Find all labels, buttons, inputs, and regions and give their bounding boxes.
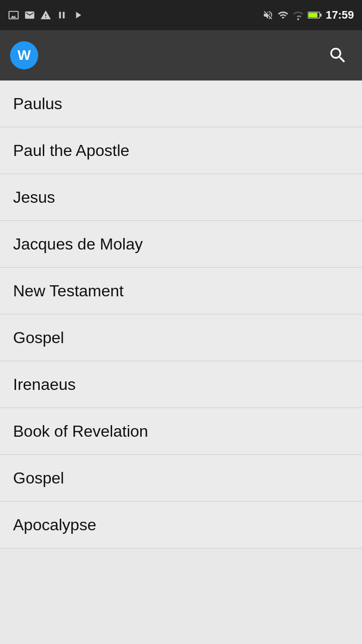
svg-rect-3 — [308, 13, 317, 18]
app-logo-letter: W — [18, 47, 31, 63]
svg-point-0 — [297, 18, 299, 20]
list-item[interactable]: Paul the Apostle — [0, 127, 362, 174]
signal-icon — [293, 10, 304, 21]
list-item-text: Jesus — [13, 188, 55, 207]
list-item[interactable]: Jesus — [0, 174, 362, 221]
warning-icon — [40, 10, 51, 21]
mute-icon — [262, 10, 274, 21]
list-item-text: Gospel — [13, 329, 64, 347]
search-button[interactable] — [324, 41, 352, 69]
app-bar: W — [0, 30, 362, 80]
svg-rect-2 — [320, 14, 321, 17]
list-item-text: New Testament — [13, 282, 124, 300]
status-bar: 17:59 — [0, 0, 362, 30]
battery-icon — [308, 10, 322, 21]
list-container: PaulusPaul the ApostleJesusJacques de Mo… — [0, 80, 362, 548]
list-item[interactable]: Paulus — [0, 80, 362, 127]
pause-icon — [56, 10, 67, 21]
list-item-text: Apocalypse — [13, 516, 96, 534]
list-item[interactable]: New Testament — [0, 268, 362, 314]
wifi-icon — [278, 10, 289, 21]
list-item[interactable]: Gospel — [0, 314, 362, 361]
play-icon — [72, 10, 83, 21]
list-item-text: Gospel — [13, 469, 64, 488]
status-bar-right-icons: 17:59 — [262, 9, 354, 22]
list-item[interactable]: Apocalypse — [0, 502, 362, 548]
list-item-text: Irenaeus — [13, 375, 76, 394]
list-item-text: Paul the Apostle — [13, 141, 129, 160]
list-item-text: Paulus — [13, 95, 62, 113]
list-item-text: Book of Revelation — [13, 422, 148, 441]
mail-icon — [24, 10, 35, 21]
status-time: 17:59 — [326, 9, 354, 22]
image-icon — [8, 10, 19, 21]
search-icon — [328, 45, 348, 65]
list-item[interactable]: Jacques de Molay — [0, 221, 362, 268]
list-item[interactable]: Book of Revelation — [0, 408, 362, 455]
list-item[interactable]: Irenaeus — [0, 361, 362, 408]
status-bar-left-icons — [8, 10, 83, 21]
list-item-text: Jacques de Molay — [13, 235, 143, 254]
app-logo: W — [10, 41, 38, 69]
list-item[interactable]: Gospel — [0, 455, 362, 502]
